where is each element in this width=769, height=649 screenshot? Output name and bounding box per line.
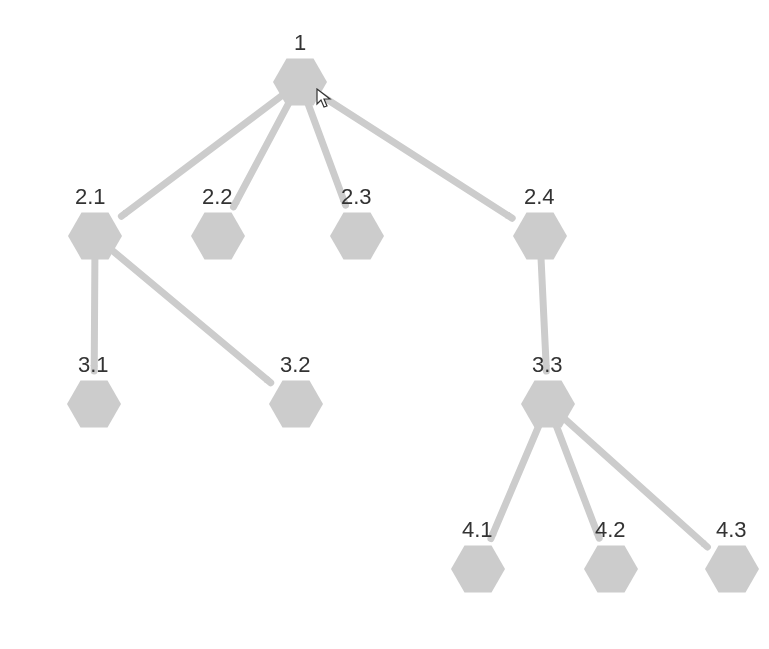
- node-label-n4_1: 4.1: [462, 517, 493, 543]
- edge-n3_3-n4_3: [564, 418, 707, 547]
- edge-n1-n2_2: [234, 101, 290, 207]
- node-label-n1: 1: [294, 30, 306, 56]
- node-n2_3: [330, 213, 384, 260]
- node-label-n2_4: 2.4: [524, 184, 555, 210]
- node-n4_3: [705, 546, 759, 593]
- edge-n3_3-n4_1: [491, 424, 540, 539]
- node-label-n3_3: 3.3: [532, 352, 563, 378]
- node-n3_2: [269, 381, 323, 428]
- edge-n2_1-n3_2: [112, 250, 271, 383]
- node-label-n2_3: 2.3: [341, 184, 372, 210]
- node-label-n3_2: 3.2: [280, 352, 311, 378]
- node-label-n4_3: 4.3: [716, 517, 747, 543]
- node-n2_4: [513, 213, 567, 260]
- node-label-n2_1: 2.1: [75, 184, 106, 210]
- node-n4_2: [584, 546, 638, 593]
- edge-n1-n2_3: [308, 102, 346, 205]
- tree-diagram: [0, 0, 769, 649]
- node-label-n4_2: 4.2: [595, 517, 626, 543]
- node-label-n2_2: 2.2: [202, 184, 233, 210]
- node-n3_1: [67, 381, 121, 428]
- node-n2_2: [191, 213, 245, 260]
- node-label-n3_1: 3.1: [78, 352, 109, 378]
- node-n4_1: [451, 546, 505, 593]
